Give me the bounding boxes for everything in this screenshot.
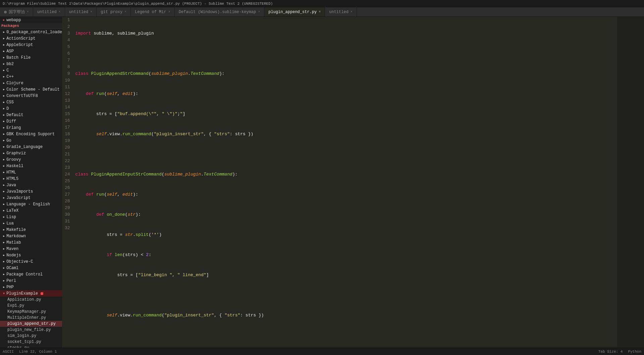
sidebar-item-keymapmanager-py[interactable]: KeymapManager.py [0,309,62,315]
sidebar-item-objectivec[interactable]: ▸ Objective-C [0,258,62,265]
close-icon[interactable]: × [351,10,353,14]
sidebar-item-css[interactable]: ▸ CSS [0,99,62,105]
sidebar-item-plugin-append-str-py[interactable]: plugin_append_str.py [0,321,62,327]
sidebar-item-actionscript[interactable]: ▸ ActionScript [0,35,62,42]
sidebar-item-applescript[interactable]: ▸ AppleScript [0,42,62,48]
sidebar-item-bb2[interactable]: ▸ bb2 [0,61,62,67]
folder-icon: ▸ [3,221,5,226]
sidebar-item-javaimports[interactable]: ▸ JavaImports [0,188,62,195]
sidebar-item-c[interactable]: ▸ C [0,67,62,73]
sidebar-item-exp1-py[interactable]: Exp1.py [0,303,62,309]
tab-untitled1[interactable]: untitled × [33,7,65,16]
code-line-14 [75,292,614,299]
sidebar-label: ConvertToUTF8 [6,94,38,98]
sidebar-item-package-control[interactable]: ▸ Package Control [0,271,62,277]
folder-icon: ▸ [3,112,5,117]
sidebar-item-php[interactable]: ▸ PHP [0,284,62,290]
sidebar-label: LaTeX [6,208,18,213]
sidebar-item-makefile[interactable]: ▸ Makefile [0,226,62,233]
line-num-10: 10 [65,77,70,84]
sidebar-item-nodejs[interactable]: ▸ Nodejs [0,252,62,258]
code-line-12: if len(strs) < 2: [75,252,614,258]
sidebar-item-asp[interactable]: ▸ ASP [0,48,62,54]
sidebar-item-latex[interactable]: ▸ LaTeX [0,207,62,214]
sidebar-item-diff[interactable]: ▸ Diff [0,118,62,124]
sidebar-item-0pcl[interactable]: ▸ 0_package_control_loader [0,29,62,35]
close-icon[interactable]: × [168,10,170,14]
line-num-6: 6 [65,50,70,57]
sidebar-label: Objective-C [6,259,33,264]
sidebar-item-batchfile[interactable]: ▸ Batch File [0,54,62,61]
sidebar-item-plugin-new-file-py[interactable]: plugin_new_file.py [0,327,62,333]
folder-icon: ▸ [3,106,5,111]
tab-untitled2[interactable]: untitled × [65,7,97,16]
sidebar-item-erlang[interactable]: ▸ Erlang [0,124,62,131]
sidebar-item-java[interactable]: ▸ Java [0,182,62,188]
tab-untitled3[interactable]: untitled × [325,7,357,16]
sidebar-item-cpp[interactable]: ▸ C++ [0,73,62,80]
code-content[interactable]: import sublime, sublime_plugin class Plu… [73,17,617,348]
tab-bar: 国字帮治 × untitled × untitled × git proxy ×… [0,7,644,17]
sidebar-item-gradle[interactable]: ▸ Gradle_Language [0,144,62,150]
sidebar-label: bb2 [6,62,14,66]
sidebar-item-socket-tcp1-py[interactable]: socket_tcp1.py [0,339,62,345]
sidebar-item-markdown[interactable]: ▸ Markdown [0,233,62,239]
close-icon[interactable]: × [90,10,92,14]
title-text: D:\Program Files\Sublime Text 2\Data\Pac… [3,2,273,6]
line-num-15: 15 [65,111,70,117]
folder-icon: ▸ [3,125,5,130]
sidebar-item-converttoutf8[interactable]: ▸ ConvertToUTF8 [0,93,62,99]
sidebar-item-groovy[interactable]: ▸ Groovy [0,156,62,163]
sidebar-item-haskell[interactable]: ▸ Haskell [0,163,62,169]
folder-icon: ▸ [3,87,5,92]
tab-guoyu[interactable]: 国字帮治 × [0,7,33,16]
sidebar-item-maven[interactable]: ▸ Maven [0,246,62,252]
sidebar-item-pluginexample[interactable]: ▾ PluginExample [0,290,62,297]
close-icon[interactable]: × [124,10,126,14]
main-area: ▸ webapp Packages ▸ 0_package_control_lo… [0,17,644,348]
tab-gitproxy[interactable]: git proxy × [97,7,131,16]
sidebar-item-graphviz[interactable]: ▸ Graphviz [0,150,62,156]
sidebar-item-language-english[interactable]: ▸ Language - English [0,201,62,207]
sidebar-item-lua[interactable]: ▸ Lua [0,220,62,226]
tab-plugin-active[interactable]: plugin_append_str.py × [264,7,325,16]
code-editor[interactable]: 1 2 3 4 5 6 7 8 9 10 11 12 13 14 15 16 1… [62,17,644,348]
close-icon[interactable]: × [319,10,321,14]
tab-default-keymap[interactable]: Default (Windows).sublime-keymap × [175,7,264,16]
sidebar-item-colorscheme[interactable]: ▸ Color Scheme - Default [0,86,62,93]
status-language: Python [628,350,641,354]
close-icon[interactable]: × [27,10,29,14]
line-num-3: 3 [65,30,70,37]
sidebar-item-html[interactable]: ▸ HTML [0,169,62,175]
sidebar-label: Groovy [6,157,21,162]
sidebar: ▸ webapp Packages ▸ 0_package_control_lo… [0,17,62,348]
sidebar-item-go[interactable]: ▸ Go [0,137,62,144]
sidebar-item-d[interactable]: ▸ D [0,105,62,112]
sidebar-item-html5[interactable]: ▸ HTML5 [0,175,62,182]
line-num-25: 25 [65,178,70,185]
tab-legendmir[interactable]: Legend of Mir × [131,7,175,16]
sidebar-item-stocks-py[interactable]: stocks.py [0,345,62,348]
sidebar-item-javascript[interactable]: ▸ JavaScript [0,195,62,201]
sidebar-item-webapp[interactable]: ▸ webapp [0,17,62,23]
folder-icon: ▸ [3,55,5,60]
sidebar-item-application-py[interactable]: Application.py [0,297,62,303]
sidebar-item-multipleinher-py[interactable]: MultipleInher.py [0,315,62,321]
sidebar-item-ocaml[interactable]: ▸ OCaml [0,265,62,271]
sidebar-item-matlab[interactable]: ▸ Matlab [0,239,62,246]
sidebar-label: plugin_new_file.py [7,327,51,332]
line-num-17: 17 [65,124,70,131]
sidebar-label: Perl [6,278,16,283]
sidebar-item-lisp[interactable]: ▸ Lisp [0,214,62,220]
sidebar-label: HTML [6,170,16,175]
sidebar-item-sim-login-py[interactable]: sim_login.py [0,333,62,339]
sidebar-item-clojure[interactable]: ▸ Clojure [0,80,62,86]
folder-icon: ▸ [3,61,5,66]
sidebar-label: Clojure [6,81,23,86]
sidebar-item-default[interactable]: ▸ Default [0,112,62,118]
folder-icon: ▸ [3,170,5,175]
close-icon[interactable]: × [59,10,61,14]
sidebar-item-gbk[interactable]: ▸ GBK Encoding Support [0,131,62,137]
sidebar-item-perl[interactable]: ▸ Perl [0,277,62,284]
close-icon[interactable]: × [258,10,260,14]
